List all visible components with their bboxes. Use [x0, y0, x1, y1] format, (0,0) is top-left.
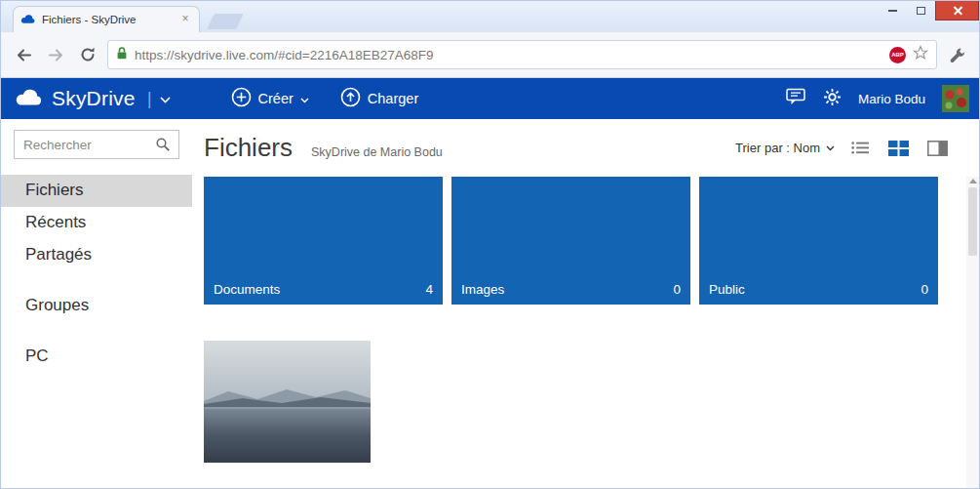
- tiles-view-button[interactable]: [886, 139, 911, 158]
- chevron-down-icon: [300, 91, 309, 106]
- sort-control[interactable]: Trier par : Nom: [735, 141, 835, 155]
- tiles-view-icon: [888, 141, 909, 156]
- create-button[interactable]: Créer: [231, 87, 309, 110]
- maximize-icon: [917, 7, 925, 15]
- cloud-icon: [15, 88, 44, 110]
- skydrive-logo[interactable]: SkyDrive |: [15, 87, 171, 110]
- details-pane-button[interactable]: [925, 139, 950, 158]
- list-view-icon: [851, 141, 870, 155]
- chevron-down-icon[interactable]: [160, 90, 171, 107]
- browser-tab[interactable]: Fichiers - SkyDrive: [13, 6, 200, 32]
- wrench-icon: [949, 47, 965, 63]
- browser-window: Fichiers - SkyDrive https://skydrive.liv…: [0, 0, 980, 489]
- back-arrow-icon: [15, 46, 33, 64]
- list-view-button[interactable]: [849, 139, 872, 157]
- scrollbar-thumb[interactable]: [968, 187, 977, 256]
- reload-icon: [79, 46, 97, 63]
- content-header: Fichiers SkyDrive de Mario Bodu Trier pa…: [204, 119, 979, 177]
- back-button[interactable]: [11, 42, 36, 67]
- brand-separator: |: [147, 88, 152, 109]
- search-input[interactable]: [23, 138, 153, 152]
- chevron-down-icon: [826, 145, 835, 151]
- page-subtitle: SkyDrive de Mario Bodu: [311, 145, 443, 159]
- wrench-menu-button[interactable]: [944, 42, 969, 67]
- tab-close-icon[interactable]: [178, 13, 192, 26]
- sidebar-item-partages[interactable]: Partagés: [1, 239, 192, 271]
- minimize-icon: [888, 10, 897, 12]
- folder-count: 0: [673, 282, 681, 297]
- main-content: Fichiers SkyDrive de Mario Bodu Trier pa…: [192, 119, 979, 488]
- folder-count: 0: [921, 282, 928, 297]
- header-right-cluster: Mario Bodu: [786, 85, 969, 112]
- reload-button[interactable]: [75, 42, 100, 67]
- folder-count: 4: [425, 282, 433, 297]
- browser-titlebar: Fichiers - SkyDrive: [1, 1, 979, 32]
- page-title: Fichiers: [204, 133, 293, 163]
- sidebar-item-groupes[interactable]: Groupes: [1, 290, 192, 322]
- gear-icon[interactable]: [823, 88, 842, 110]
- plus-circle-icon: [231, 87, 252, 110]
- view-controls: Trier par : Nom: [735, 139, 950, 158]
- search-icon[interactable]: [153, 135, 173, 154]
- upload-label: Charger: [368, 91, 418, 106]
- tab-title: Fichiers - SkyDrive: [42, 14, 173, 25]
- details-pane-icon: [927, 141, 948, 156]
- new-tab-button[interactable]: [207, 14, 243, 29]
- skydrive-header: SkyDrive | Créer Charger: [1, 78, 979, 119]
- user-name[interactable]: Mario Bodu: [858, 92, 925, 106]
- folder-name: Images: [461, 282, 504, 297]
- folder-name: Public: [709, 282, 745, 297]
- folder-tile-public[interactable]: Public 0: [699, 177, 938, 305]
- forward-arrow-icon: [47, 46, 65, 64]
- photo-thumbnail[interactable]: [204, 341, 371, 463]
- brand-name: SkyDrive: [52, 87, 136, 110]
- skydrive-favicon-icon: [20, 11, 36, 28]
- sidebar-item-pc[interactable]: PC: [1, 341, 192, 373]
- sidebar-item-recents[interactable]: Récents: [1, 207, 192, 239]
- folder-tile-documents[interactable]: Documents 4: [204, 177, 443, 305]
- create-label: Créer: [258, 91, 294, 106]
- folder-tile-images[interactable]: Images 0: [451, 177, 690, 305]
- app-body: Fichiers Récents Partagés Groupes PC Fic…: [1, 119, 979, 488]
- address-bar[interactable]: https://skydrive.live.com/#cid=2216A18EB…: [107, 40, 937, 69]
- upload-button[interactable]: Charger: [340, 87, 418, 110]
- folder-tiles: Documents 4 Images 0 Public 0: [204, 177, 979, 305]
- padlock-icon[interactable]: [116, 46, 128, 64]
- avatar[interactable]: [942, 85, 969, 112]
- window-close-button[interactable]: [935, 1, 979, 20]
- bookmark-star-icon[interactable]: [913, 45, 928, 64]
- search-box: [14, 130, 179, 159]
- window-minimize-button[interactable]: [879, 1, 907, 20]
- forward-button[interactable]: [43, 42, 68, 67]
- sidebar: Fichiers Récents Partagés Groupes PC: [1, 119, 192, 488]
- window-controls: [879, 1, 979, 20]
- browser-toolbar: https://skydrive.live.com/#cid=2216A18EB…: [1, 32, 979, 78]
- feedback-icon[interactable]: [786, 88, 806, 109]
- sort-label: Trier par : Nom: [735, 141, 820, 155]
- upload-circle-icon: [340, 87, 361, 110]
- scrollbar[interactable]: [966, 177, 979, 488]
- folder-name: Documents: [214, 282, 280, 297]
- window-maximize-button[interactable]: [907, 1, 935, 20]
- sidebar-item-fichiers[interactable]: Fichiers: [1, 175, 192, 207]
- url-text: https://skydrive.live.com/#cid=2216A18EB…: [135, 48, 882, 62]
- adblock-icon[interactable]: ABP: [889, 47, 906, 63]
- scroll-up-icon[interactable]: [969, 179, 977, 183]
